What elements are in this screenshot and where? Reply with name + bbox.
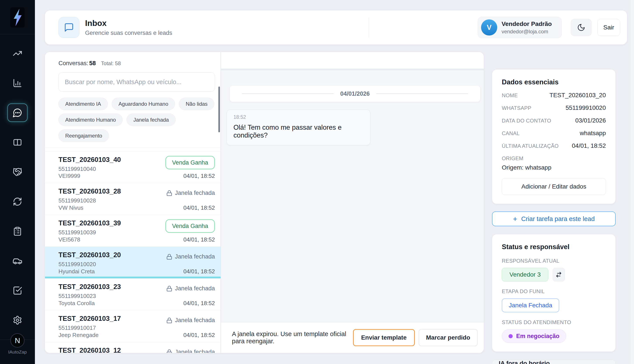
mark-lost-button[interactable]: Marcar perdido: [419, 329, 478, 346]
conversation-item[interactable]: TEST_20260103_12 551199910012 Janela fec…: [45, 342, 221, 353]
lock-icon: [166, 286, 172, 292]
conversation-phone: 551199910023: [59, 293, 121, 300]
theme-toggle-button[interactable]: [571, 19, 592, 36]
user-menu[interactable]: V Vendedor Padrão vendedor@loja.com: [478, 17, 561, 38]
edit-data-button[interactable]: Adicionar / Editar dados: [502, 178, 606, 195]
conversation-name: TEST_20260103_17: [59, 315, 121, 322]
filter-chip-nao-lidas[interactable]: Não lidas: [179, 98, 214, 110]
lock-icon: [166, 190, 172, 196]
field-value: 551199910020: [565, 104, 606, 112]
plus-icon: +: [513, 215, 517, 223]
conversation-time: 04/01, 18:52: [183, 300, 215, 307]
conversation-item[interactable]: TEST_20260103_23 551199910023 Toyota Cor…: [45, 278, 221, 310]
conversation-phone: 551199910017: [59, 324, 121, 331]
nav-deals-handshake-icon[interactable]: [8, 163, 28, 181]
status-window-closed: Janela fechada: [166, 285, 215, 292]
user-name: Vendedor Padrão: [502, 20, 552, 28]
conversation-phone: 551199910039: [59, 229, 121, 236]
funnel-stage-chip[interactable]: Janela Fechada: [502, 298, 559, 312]
header-divider: [369, 17, 369, 38]
origin-value: Origem: whatsapp: [502, 164, 606, 171]
conversation-item[interactable]: TEST_20260103_28 551199910028 VW Nivus J…: [45, 183, 221, 215]
filter-chip-janela-fechada[interactable]: Janela fechada: [127, 114, 176, 126]
field-label: ÚLTIMA ATUALIZAÇÃO: [502, 143, 559, 149]
status-window-closed: Janela fechada: [166, 253, 215, 260]
conversation-item[interactable]: TEST_20260103_40 551199910040 VEI9999 Ve…: [45, 151, 221, 183]
chat-date: 04/01/2026: [340, 90, 370, 97]
essential-data-title: Dados essenciais: [502, 78, 606, 86]
filter-chip-atendimento-humano[interactable]: Atendimento Humano: [59, 114, 123, 126]
conversation-name: TEST_20260103_23: [59, 283, 121, 291]
field-label: WHATSAPP: [502, 105, 531, 111]
sidebar: N IAutoZap: [0, 0, 35, 364]
app-logo-lightning-icon: [10, 8, 25, 28]
owner-chip[interactable]: Vendedor 3: [502, 268, 548, 282]
lead-details-panel: Dados essenciais NOME TEST_20260103_20 W…: [492, 69, 616, 364]
conversation-phone: 551199910020: [59, 261, 121, 268]
conversations-count-label: Conversas:: [59, 60, 88, 66]
conversation-vehicle: VEI5678: [59, 236, 121, 243]
filter-chip-aguardando-humano[interactable]: Aguardando Humano: [112, 98, 175, 110]
conversation-time: 04/01, 18:52: [183, 173, 215, 180]
conversation-name: TEST_20260103_40: [59, 156, 121, 164]
filter-chip-atendimento-ia[interactable]: Atendimento IA: [59, 98, 108, 110]
service-status-label: STATUS DO ATENDIMENTO: [502, 319, 606, 326]
conversation-item[interactable]: TEST_20260103_17 551199910017 Jeep Reneg…: [45, 310, 221, 342]
nav-kanban-columns-icon[interactable]: [8, 133, 28, 152]
page-subtitle: Gerencie suas conversas e leads: [85, 30, 172, 36]
chat-date-separator: 04/01/2026: [230, 86, 480, 102]
nav-sync-refresh-icon[interactable]: [8, 192, 28, 211]
swap-arrows-icon: [555, 271, 562, 278]
conversation-item[interactable]: TEST_20260103_39 551199910039 VEI5678 Ve…: [45, 215, 221, 247]
list-scrollbar[interactable]: [218, 86, 220, 132]
conversation-item-selected[interactable]: TEST_20260103_20 551199910020 Hyundai Cr…: [45, 247, 221, 278]
conversation-name: TEST_20260103_28: [59, 188, 121, 195]
lock-icon: [166, 254, 172, 260]
brand-name: IAutoZap: [8, 350, 27, 355]
search-input[interactable]: [59, 72, 215, 92]
status-window-closed: Janela fechada: [166, 190, 215, 196]
conversation-name: TEST_20260103_20: [59, 251, 121, 259]
sidebar-nav: [8, 44, 28, 329]
logout-button[interactable]: Sair: [597, 19, 620, 36]
moon-icon: [577, 23, 585, 32]
ai-after-hours-card: IA fora do horário Responde apenas fora …: [492, 360, 616, 364]
conversation-vehicle: VW Nivus: [59, 204, 121, 211]
filter-chip-reengajamento[interactable]: Reengajamento: [59, 130, 109, 142]
status-dot: [509, 334, 513, 338]
chat-footer: A janela expirou. Use um template oficia…: [221, 322, 484, 353]
status-badge-won: Venda Ganha: [165, 156, 215, 169]
nav-tasks-clipboard-list-icon[interactable]: [8, 222, 28, 240]
incoming-message-bubble: 18:52 Olá! Tem como me passar valores e …: [227, 110, 370, 145]
create-task-button[interactable]: + Criar tarefa para este lead: [492, 212, 616, 226]
status-window-closed: Janela fechada: [166, 349, 215, 353]
swap-owner-button[interactable]: [553, 268, 565, 282]
brand-avatar[interactable]: N: [10, 333, 25, 348]
field-label: CANAL: [502, 130, 520, 136]
field-value: 04/01, 18:52: [572, 142, 606, 149]
nav-vehicles-car-icon[interactable]: [8, 252, 28, 270]
conversation-time: 04/01, 18:52: [183, 332, 215, 338]
owner-label: RESPONSÁVEL ATUAL: [502, 258, 606, 264]
nav-settings-gear-icon[interactable]: [8, 311, 28, 329]
page-header: Inbox Gerencie suas conversas e leads V …: [45, 10, 627, 45]
field-value: TEST_20260103_20: [550, 92, 606, 99]
page-scrollbar-track[interactable]: [630, 0, 634, 364]
service-status-pill[interactable]: Em negociação: [502, 329, 566, 343]
funnel-label: ETAPA DO FUNIL: [502, 288, 606, 294]
lock-icon: [166, 349, 172, 353]
nav-reports-bar-chart-icon[interactable]: [8, 74, 28, 92]
nav-inbox-chat-icon[interactable]: [8, 104, 28, 122]
status-owner-card: Status e responsável RESPONSÁVEL ATUAL V…: [492, 234, 616, 352]
send-template-button[interactable]: Enviar template: [353, 329, 415, 346]
chat-messages: 04/01/2026 18:52 Olá! Tem como me passar…: [221, 70, 484, 322]
conversations-count: 58: [89, 60, 96, 66]
ai-card-title: IA fora do horário: [499, 360, 569, 364]
nav-dashboard-trending-up-icon[interactable]: [8, 44, 28, 62]
origin-label: ORIGEM: [502, 156, 606, 162]
conversation-phone: 551199910040: [59, 166, 121, 172]
nav-approvals-check-square-icon[interactable]: [8, 282, 28, 300]
conversation-name: TEST_20260103_12: [59, 346, 121, 353]
window-expired-notice: A janela expirou. Use um template oficia…: [232, 330, 349, 345]
status-window-closed: Janela fechada: [166, 317, 215, 324]
